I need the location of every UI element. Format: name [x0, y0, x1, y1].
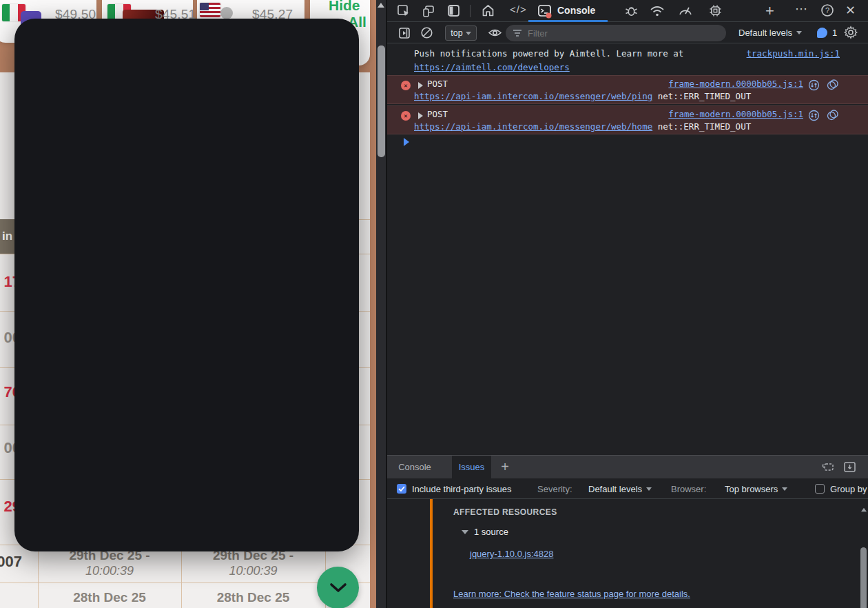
messages-count: 1 — [832, 28, 837, 38]
network-request-icon[interactable] — [808, 79, 820, 91]
messages-bubble-icon[interactable] — [817, 28, 827, 38]
affected-resources-header: AFFECTED RESOURCES — [453, 507, 557, 517]
error-icon: ✕ — [401, 111, 411, 121]
message-text: Push notifications powered by Aimtell. L… — [414, 48, 683, 59]
chevron-down-icon — [646, 487, 652, 491]
log-levels-dropdown[interactable]: Default levels — [738, 28, 802, 38]
collapse-triangle-icon[interactable] — [462, 530, 468, 534]
request-method: POST — [427, 79, 448, 89]
close-devtools-icon[interactable]: ✕ — [845, 3, 856, 18]
home-tab-icon[interactable] — [481, 3, 495, 18]
help-icon[interactable]: ? — [820, 3, 834, 17]
add-drawer-tab-icon[interactable]: + — [496, 456, 514, 478]
devtools-drawer: Console Issues + Include third-party iss… — [387, 455, 868, 608]
browser-label: Browser: — [671, 484, 706, 494]
chevron-down-icon — [782, 487, 787, 491]
bug-debug-icon[interactable] — [624, 3, 639, 18]
console-tab-icon[interactable] — [537, 3, 552, 19]
date-cell-partial: 28th Dec 25 — [181, 590, 325, 605]
console-error-row[interactable]: ✕ POST frame-modern.0000bb05.js:1 https:… — [387, 75, 868, 104]
include-third-party-label: Include third-party issues — [412, 484, 512, 494]
console-info-message: Push notifications powered by Aimtell. L… — [387, 48, 868, 72]
usa-flag-icon — [200, 3, 220, 17]
page-scrollbar[interactable] — [376, 0, 386, 608]
drawer-tab-console[interactable]: Console — [393, 456, 437, 478]
filter-input-wrap — [506, 25, 726, 41]
group-by-label: Group by — [830, 484, 868, 494]
scrollbar-up-arrow[interactable] — [861, 508, 867, 512]
scrollbar-thumb[interactable] — [860, 547, 867, 608]
affected-source-link[interactable]: jquery-1.10.0.js:4828 — [470, 549, 553, 559]
live-expression-eye-icon[interactable] — [488, 27, 502, 39]
date-cell: 29th Dec 25 - 10:00:39 — [181, 548, 325, 578]
expand-triangle-icon[interactable] — [418, 112, 423, 119]
source-count-row[interactable]: 1 source — [462, 527, 508, 537]
request-url-link[interactable]: https://api-iam.intercom.io/messenger/we… — [414, 121, 652, 132]
more-options-icon[interactable]: ⋯ — [795, 1, 808, 17]
console-toolbar: top Default levels 1 — [387, 22, 868, 43]
filter-input[interactable] — [528, 28, 700, 39]
card-graphic — [220, 7, 233, 19]
request-method: POST — [427, 109, 448, 119]
scrollbar-thumb[interactable] — [378, 45, 385, 157]
elements-code-tab-icon[interactable]: </> — [510, 3, 527, 15]
error-text: net::ERR_TIMED_OUT — [658, 121, 751, 132]
website-page: $49.50 $45.51 $45.27 Hide All in 17 00 — [0, 0, 376, 608]
feedback-icon[interactable] — [821, 461, 834, 473]
severity-dropdown[interactable]: Default levels — [588, 484, 652, 494]
network-wifi-icon[interactable] — [650, 4, 665, 18]
date-cell: 29th Dec 25 - 10:00:39 — [38, 548, 181, 578]
ai-assist-icon[interactable] — [827, 110, 838, 121]
network-request-icon[interactable] — [808, 110, 820, 121]
scroll-down-fab[interactable] — [317, 567, 359, 608]
add-tab-icon[interactable]: + — [765, 2, 774, 20]
dock-drawer-icon[interactable] — [843, 461, 856, 473]
context-selector[interactable]: top — [445, 26, 477, 41]
source-link[interactable]: frame-modern.0000bb05.js:1 — [668, 79, 803, 89]
source-link[interactable]: frame-modern.0000bb05.js:1 — [668, 109, 803, 119]
left-panel-layout-icon[interactable] — [447, 4, 460, 17]
inspect-element-icon[interactable] — [397, 4, 411, 18]
issue-details: AFFECTED RESOURCES 1 source jquery-1.10.… — [387, 499, 868, 608]
dark-modal-overlay[interactable] — [14, 19, 359, 551]
chevron-down-icon — [796, 31, 802, 34]
svg-text:?: ? — [825, 6, 829, 14]
issues-scrollbar[interactable] — [859, 499, 868, 608]
error-text: net::ERR_TIMED_OUT — [658, 91, 751, 101]
row-number: 007 — [0, 553, 22, 571]
performance-gauge-icon[interactable] — [678, 4, 693, 18]
severity-label: Severity: — [537, 484, 572, 494]
drawer-tab-issues[interactable]: Issues — [452, 456, 491, 478]
toolbar-separator — [470, 5, 471, 17]
drawer-tab-bar: Console Issues + — [387, 456, 868, 478]
browser-dropdown[interactable]: Top browsers — [725, 484, 787, 494]
settings-gear-icon[interactable] — [844, 26, 858, 39]
hide-button[interactable]: Hide — [329, 0, 360, 14]
date-cell-partial: 28th Dec 25 — [38, 590, 181, 605]
learn-more-link[interactable]: Learn more: Check the feature status pag… — [453, 589, 690, 599]
devtools-main-toolbar: </> Console + ⋯ ? ✕ — [387, 0, 868, 22]
device-toolbar-icon[interactable] — [422, 4, 435, 18]
devtools-panel: </> Console + ⋯ ? ✕ top — [386, 0, 868, 608]
clear-console-icon[interactable] — [420, 26, 433, 39]
scrollbar-up-arrow[interactable] — [378, 3, 384, 8]
request-url-link[interactable]: https://api-iam.intercom.io/messenger/we… — [414, 91, 652, 101]
source-link[interactable]: trackpush.min.js:1 — [747, 48, 840, 59]
console-sidebar-icon[interactable] — [398, 27, 411, 39]
console-tab-label[interactable]: Console — [557, 5, 595, 16]
console-error-row[interactable]: ✕ POST frame-modern.0000bb05.js:1 https:… — [387, 105, 868, 134]
chevron-down-icon — [329, 582, 347, 594]
chevron-down-icon — [466, 32, 471, 35]
issues-toolbar: Include third-party issues Severity: Def… — [387, 478, 868, 499]
group-by-checkbox[interactable] — [815, 484, 825, 494]
message-link[interactable]: https://aimtell.com/developers — [414, 62, 570, 72]
ai-assist-icon[interactable] — [827, 79, 838, 91]
application-chip-icon[interactable] — [708, 3, 723, 18]
filter-icon — [513, 29, 522, 37]
warning-severity-bar — [430, 499, 433, 608]
console-prompt-icon[interactable] — [404, 138, 409, 146]
include-third-party-checkbox[interactable] — [397, 484, 406, 494]
expand-triangle-icon[interactable] — [418, 82, 423, 89]
error-icon: ✕ — [401, 81, 411, 90]
